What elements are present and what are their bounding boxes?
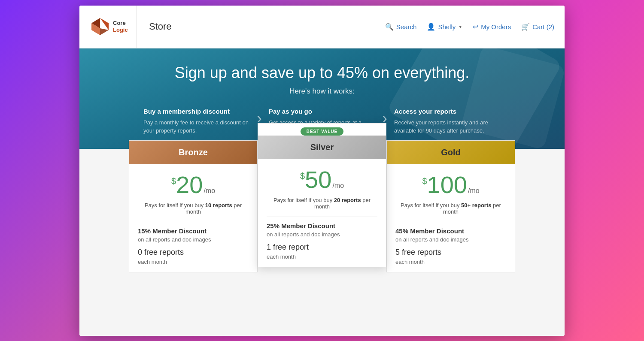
orders-icon: ↩ bbox=[473, 23, 478, 31]
orders-nav-item[interactable]: ↩ My Orders bbox=[473, 23, 511, 31]
user-icon: 👤 bbox=[427, 23, 435, 31]
logo-area: CoreLogic bbox=[90, 6, 137, 48]
search-label: Search bbox=[396, 23, 417, 30]
gold-free-count: 5 free reports bbox=[395, 248, 506, 257]
silver-free-count: 1 free report bbox=[267, 243, 377, 252]
gold-plan-name: Gold bbox=[394, 148, 508, 157]
gold-price-dollar: $ bbox=[422, 176, 427, 186]
silver-plan: BEST VALUE Silver $ 50 /mo Pays for itse… bbox=[258, 123, 386, 267]
header-nav: 🔍 Search 👤 Shelly ▼ ↩ My Orders 🛒 Cart (… bbox=[385, 23, 554, 31]
hero-title: Sign up and save up to 45% on everything… bbox=[97, 64, 547, 82]
step-1-desc: Pay a monthly fee to receive a discount … bbox=[143, 118, 250, 135]
silver-free-desc: each month bbox=[267, 253, 377, 260]
bronze-discount-desc: on all reports and doc images bbox=[138, 236, 249, 243]
silver-discount-desc: on all reports and doc images bbox=[267, 231, 377, 238]
silver-price-dollar: $ bbox=[300, 171, 305, 181]
silver-plan-name: Silver bbox=[265, 142, 379, 152]
bronze-free-desc: each month bbox=[138, 259, 249, 265]
gold-price-amount: 100 bbox=[427, 173, 467, 197]
search-icon: 🔍 bbox=[385, 23, 394, 31]
bronze-price-mo: /mo bbox=[204, 187, 215, 195]
svg-marker-0 bbox=[100, 18, 109, 30]
silver-divider-1 bbox=[267, 217, 377, 217]
bronze-price-row: $ 20 /mo bbox=[138, 173, 249, 197]
main-window: CoreLogic Store 🔍 Search 👤 Shelly ▼ ↩ My… bbox=[79, 6, 565, 336]
silver-plan-header: Silver bbox=[258, 136, 386, 159]
bronze-plan-header: Bronze bbox=[129, 141, 257, 164]
gold-discount-desc: on all reports and doc images bbox=[395, 236, 506, 243]
header: CoreLogic Store 🔍 Search 👤 Shelly ▼ ↩ My… bbox=[79, 6, 565, 48]
hero-subtitle: Here's how it works: bbox=[97, 87, 547, 96]
bronze-free-count: 0 free reports bbox=[138, 248, 249, 257]
cart-nav-item[interactable]: 🛒 Cart (2) bbox=[521, 23, 554, 31]
step-3-desc: Receive your reports instantly and are a… bbox=[394, 118, 501, 135]
logo-text: CoreLogic bbox=[113, 20, 128, 33]
bronze-divider-1 bbox=[138, 222, 249, 222]
gold-free-desc: each month bbox=[395, 259, 506, 265]
step-1: Buy a membership discount Pay a monthly … bbox=[137, 108, 257, 135]
gold-divider-1 bbox=[395, 222, 506, 222]
silver-pays-text: Pays for itself if you buy 20 reports pe… bbox=[267, 197, 377, 210]
step-3-title: Access your reports bbox=[394, 108, 501, 115]
chevron-down-icon: ▼ bbox=[458, 24, 462, 29]
orders-label: My Orders bbox=[481, 23, 511, 30]
bronze-pays-text: Pays for itself if you buy 10 reports pe… bbox=[138, 202, 249, 215]
gold-plan: Gold $ 100 /mo Pays for itself if you bu… bbox=[386, 140, 515, 272]
pricing-section: Bronze $ 20 /mo Pays for itself if you b… bbox=[79, 149, 565, 336]
bronze-price-amount: 20 bbox=[176, 173, 203, 197]
bronze-plan-name: Bronze bbox=[136, 148, 250, 157]
cart-icon: 🛒 bbox=[521, 23, 530, 31]
bronze-plan-body: $ 20 /mo Pays for itself if you buy 10 r… bbox=[129, 164, 257, 272]
gold-price-mo: /mo bbox=[468, 187, 480, 195]
gold-plan-body: $ 100 /mo Pays for itself if you buy 50+… bbox=[387, 164, 515, 272]
silver-price-row: $ 50 /mo bbox=[267, 168, 377, 192]
logo-core: Core bbox=[113, 20, 128, 27]
corelogic-logo-icon bbox=[90, 16, 110, 37]
logo-logic: Logic bbox=[113, 27, 128, 33]
silver-price-mo: /mo bbox=[332, 182, 344, 190]
bronze-plan: Bronze $ 20 /mo Pays for itself if you b… bbox=[129, 140, 258, 272]
silver-price-amount: 50 bbox=[305, 168, 331, 192]
search-nav-item[interactable]: 🔍 Search bbox=[385, 23, 417, 31]
svg-marker-3 bbox=[100, 28, 109, 35]
silver-discount-title: 25% Member Discount bbox=[267, 222, 377, 229]
store-title: Store bbox=[149, 21, 385, 32]
gold-pays-text: Pays for itself if you buy 50+ reports p… bbox=[395, 202, 506, 215]
silver-plan-body: $ 50 /mo Pays for itself if you buy 20 r… bbox=[258, 159, 386, 267]
best-value-badge: BEST VALUE bbox=[301, 127, 344, 136]
user-label: Shelly bbox=[438, 23, 456, 30]
plans-container: Bronze $ 20 /mo Pays for itself if you b… bbox=[97, 140, 547, 272]
gold-discount-title: 45% Member Discount bbox=[395, 227, 506, 235]
user-nav-item[interactable]: 👤 Shelly ▼ bbox=[427, 23, 462, 31]
step-1-title: Buy a membership discount bbox=[143, 108, 250, 115]
best-value-wrapper: BEST VALUE bbox=[258, 127, 386, 138]
step-2-title: Pay as you go bbox=[269, 108, 375, 115]
step-3: Access your reports Receive your reports… bbox=[387, 108, 507, 135]
gold-price-row: $ 100 /mo bbox=[395, 173, 506, 197]
bronze-price-dollar: $ bbox=[171, 176, 176, 186]
bronze-discount-title: 15% Member Discount bbox=[138, 227, 249, 235]
cart-label: Cart (2) bbox=[532, 23, 554, 30]
gold-plan-header: Gold bbox=[387, 141, 515, 164]
